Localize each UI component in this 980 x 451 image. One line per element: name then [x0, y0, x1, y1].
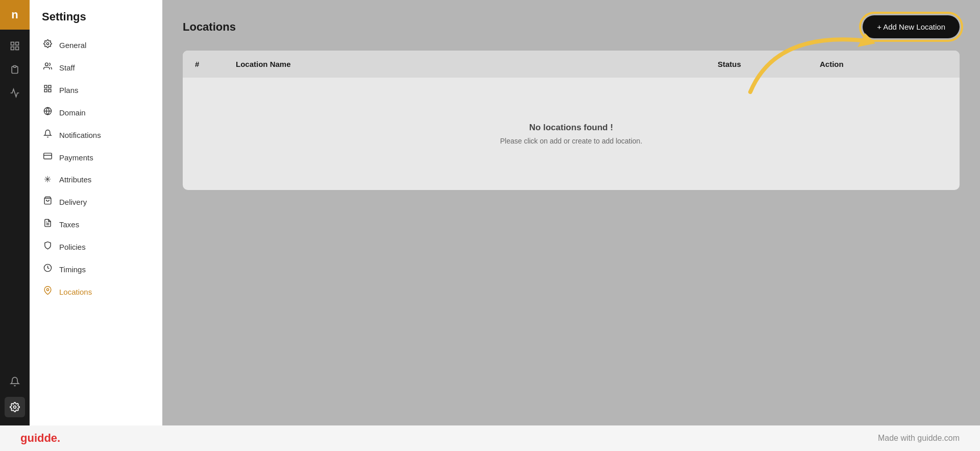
attributes-icon: ✳ — [42, 174, 53, 185]
svg-point-20 — [46, 289, 48, 291]
svg-point-7 — [45, 63, 48, 66]
svg-rect-2 — [11, 47, 14, 50]
col-number: # — [195, 60, 236, 68]
rail-analytics-icon[interactable] — [5, 83, 25, 103]
svg-rect-0 — [11, 42, 14, 45]
rail-settings-icon[interactable] — [5, 397, 25, 417]
sidebar-item-notifications[interactable]: Notifications — [30, 124, 162, 146]
timings-icon — [42, 264, 53, 275]
rail-home-icon[interactable] — [5, 36, 25, 56]
notifications-icon — [42, 129, 53, 140]
content-area: Locations + Add New Location # Location … — [162, 0, 980, 425]
svg-point-6 — [46, 42, 48, 44]
sidebar-item-staff-label: Staff — [59, 63, 75, 72]
col-location-name: Location Name — [236, 60, 718, 68]
taxes-icon — [42, 219, 53, 230]
plans-icon — [42, 84, 53, 96]
sidebar-item-payments-label: Payments — [59, 153, 93, 162]
icon-rail: n — [0, 0, 30, 425]
sidebar-item-delivery-label: Delivery — [59, 198, 87, 206]
sidebar-nav: General Staff Plans Domain — [30, 34, 162, 303]
svg-rect-8 — [44, 85, 47, 88]
sidebar-item-domain-label: Domain — [59, 108, 86, 117]
svg-rect-11 — [48, 89, 51, 92]
locations-table: # Location Name Status Action No locatio… — [183, 51, 960, 190]
sidebar-item-attributes[interactable]: ✳ Attributes — [30, 169, 162, 191]
sidebar-item-delivery[interactable]: Delivery — [30, 191, 162, 213]
domain-icon — [42, 107, 53, 118]
svg-rect-1 — [16, 42, 19, 45]
footer-logo: guidde. — [20, 432, 60, 445]
sidebar-title: Settings — [30, 10, 162, 34]
staff-icon — [42, 62, 53, 73]
sidebar-item-locations[interactable]: Locations — [30, 280, 162, 303]
table-body: No locations found ! Please click on add… — [183, 78, 960, 190]
sidebar-item-locations-label: Locations — [59, 288, 92, 296]
sidebar-item-staff[interactable]: Staff — [30, 56, 162, 79]
rail-icons — [5, 30, 25, 371]
svg-rect-10 — [44, 89, 47, 92]
page-title: Locations — [183, 20, 236, 34]
sidebar-item-general[interactable]: General — [30, 34, 162, 56]
rail-orders-icon[interactable] — [5, 59, 25, 80]
sidebar-item-policies-label: Policies — [59, 243, 86, 251]
sidebar-item-timings-label: Timings — [59, 265, 86, 274]
footer-tagline: Made with guidde.com — [878, 434, 960, 443]
content-header: Locations + Add New Location — [183, 15, 960, 38]
sidebar-item-taxes-label: Taxes — [59, 220, 79, 229]
svg-rect-14 — [43, 153, 52, 159]
sidebar-item-plans[interactable]: Plans — [30, 79, 162, 101]
svg-rect-9 — [48, 85, 51, 88]
sidebar-item-taxes[interactable]: Taxes — [30, 213, 162, 235]
svg-rect-3 — [16, 47, 19, 50]
sidebar: Settings General Staff Plans — [30, 0, 162, 425]
sidebar-item-notifications-label: Notifications — [59, 131, 101, 139]
sidebar-item-domain[interactable]: Domain — [30, 101, 162, 124]
sidebar-item-timings[interactable]: Timings — [30, 258, 162, 280]
table-header: # Location Name Status Action — [183, 51, 960, 78]
footer: guidde. Made with guidde.com — [0, 425, 980, 451]
sidebar-item-policies[interactable]: Policies — [30, 235, 162, 258]
sidebar-item-general-label: General — [59, 41, 86, 50]
app-logo[interactable]: n — [0, 0, 30, 30]
rail-bell-icon[interactable] — [5, 371, 25, 392]
policies-icon — [42, 241, 53, 252]
payments-icon — [42, 152, 53, 163]
sidebar-item-plans-label: Plans — [59, 86, 79, 94]
sidebar-item-attributes-label: Attributes — [59, 175, 91, 184]
col-status: Status — [718, 60, 820, 68]
sidebar-item-payments[interactable]: Payments — [30, 146, 162, 169]
rail-bottom — [5, 371, 25, 425]
delivery-icon — [42, 196, 53, 207]
no-data-title: No locations found ! — [529, 123, 613, 133]
col-action: Action — [820, 60, 947, 68]
no-data-subtitle: Please click on add or create to add loc… — [500, 137, 643, 145]
add-new-location-button[interactable]: + Add New Location — [863, 15, 960, 38]
general-icon — [42, 39, 53, 51]
locations-icon — [42, 286, 53, 297]
svg-rect-4 — [14, 66, 16, 67]
svg-point-5 — [14, 406, 16, 409]
